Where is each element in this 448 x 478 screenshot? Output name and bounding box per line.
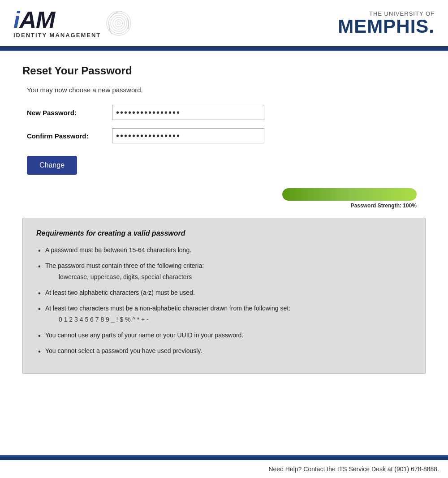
main-content: Reset Your Password You may now choose a…	[0, 51, 448, 455]
requirements-list: A password must be between 15-64 charact…	[36, 245, 412, 356]
confirm-password-row: Confirm Password:	[27, 128, 426, 143]
requirements-box: Requirements for creating a valid passwo…	[22, 218, 426, 374]
subtitle-text: You may now choose a new password.	[27, 86, 426, 94]
iam-am: AM	[19, 7, 55, 33]
list-item-indent: lowercase, uppercase, digits, special ch…	[59, 272, 412, 282]
list-item: The password must contain three of the f…	[36, 261, 412, 282]
strength-label: Password Strength: 100%	[351, 202, 417, 209]
fingerprint-icon	[105, 10, 132, 37]
iam-title: iAM	[13, 8, 101, 31]
list-item: You cannot use any parts of your name or…	[36, 331, 412, 340]
change-button[interactable]: Change	[27, 156, 77, 175]
list-item: At least two alphabetic characters (a-z)…	[36, 288, 412, 297]
svg-point-5	[117, 22, 121, 25]
confirm-password-label: Confirm Password:	[27, 132, 112, 140]
footer-help-text: Need Help? Contact the ITS Service Desk …	[0, 460, 448, 478]
university-logo: The University of MEMPHIS.	[338, 10, 435, 36]
list-item-indent: 0 1 2 3 4 5 6 7 8 9 _ ! $ % ^ * + -	[59, 315, 412, 324]
new-password-input[interactable]	[112, 105, 264, 120]
requirements-title: Requirements for creating a valid passwo…	[36, 229, 412, 237]
header-blue-bar-thick	[0, 46, 448, 50]
footer: Need Help? Contact the ITS Service Desk …	[0, 455, 448, 478]
iam-i: i	[13, 7, 19, 33]
iam-logo: iAM Identity Management	[13, 8, 132, 38]
svg-point-2	[111, 15, 127, 31]
confirm-password-input[interactable]	[112, 128, 264, 143]
list-item: You cannot select a password you have us…	[36, 346, 412, 356]
new-password-row: New Password:	[27, 105, 426, 120]
new-password-label: New Password:	[27, 109, 112, 116]
list-item: At least two characters must be a non-al…	[36, 304, 412, 324]
svg-point-3	[113, 17, 125, 29]
memphis-label: MEMPHIS.	[338, 17, 435, 36]
svg-point-4	[115, 19, 123, 27]
strength-bar-fill	[282, 188, 417, 201]
page-header: iAM Identity Management The University o…	[0, 0, 448, 46]
footer-blue-bar-thick	[0, 456, 448, 460]
iam-logo-text: iAM Identity Management	[13, 8, 101, 38]
page-title: Reset Your Password	[22, 65, 426, 77]
iam-subtitle: Identity Management	[13, 32, 101, 38]
list-item: A password must be between 15-64 charact…	[36, 245, 412, 255]
strength-bar-wrapper	[282, 188, 417, 201]
password-strength-container: Password Strength: 100%	[22, 188, 426, 209]
